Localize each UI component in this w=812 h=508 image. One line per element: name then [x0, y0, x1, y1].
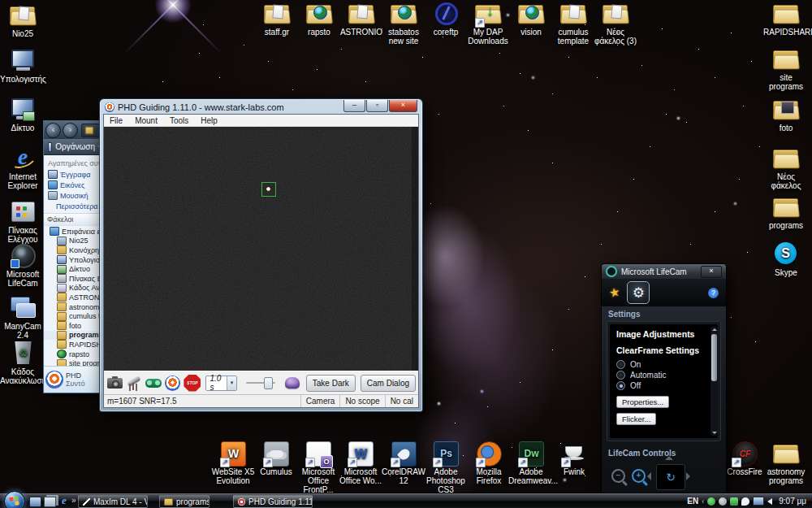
tree-item-desktop[interactable]: Επιφάνεια εργασίας — [44, 227, 102, 237]
desktop-icon-coreftp[interactable]: coreftp — [423, 2, 469, 37]
more-link[interactable]: Περισσότερα » — [48, 201, 102, 211]
desktop-icon-websitex5[interactable]: WWebSite X5 Evolution — [210, 441, 256, 485]
desktop-icon-cumulus[interactable]: Cumulus — [253, 441, 299, 476]
tree-item-astronomy[interactable]: astronomy — [44, 302, 102, 312]
start-button[interactable] — [4, 491, 25, 508]
desktop-icon-network[interactable]: Δίκτυο — [0, 98, 45, 132]
task-button-programs[interactable]: programs — [159, 495, 209, 508]
favorite-pictures[interactable]: Εικόνες — [48, 180, 102, 190]
desktop-icon-astronio[interactable]: ASTRONIO — [339, 2, 384, 37]
menu-mount[interactable]: Mount — [135, 116, 158, 125]
tree-item-foto[interactable]: foto — [44, 321, 102, 331]
tree-item-recycle-bin[interactable]: Κάδος Ανακύκλωσης — [44, 284, 102, 293]
volume-tray-icon[interactable] — [767, 498, 772, 505]
quicklaunch-chevron-icon[interactable]: » — [71, 496, 76, 505]
lifecam-title-bar[interactable]: Microsoft LifeCam × — [602, 264, 726, 279]
tray-icon[interactable] — [730, 497, 738, 506]
desktop-icon-new-folder-3[interactable]: Νέος φάκελος (3) — [593, 2, 638, 46]
desktop-icon-programs[interactable]: programs — [763, 195, 809, 230]
organize-button[interactable]: Οργάνωση — [55, 142, 95, 151]
slider-thumb[interactable] — [264, 377, 273, 389]
pan-left-button[interactable] — [647, 472, 651, 480]
show-desktop-button[interactable] — [29, 497, 41, 507]
menu-help[interactable]: Help — [201, 116, 218, 125]
radio-automatic[interactable]: Automatic — [616, 370, 706, 380]
radio-off[interactable]: Off — [616, 380, 706, 391]
stop-button[interactable]: STOP — [184, 374, 201, 393]
back-button[interactable]: ‹ — [45, 123, 61, 138]
radio-icon[interactable] — [616, 360, 625, 369]
desktop-icon-dap-downloads[interactable]: ↓My DAP Downloads — [465, 2, 511, 46]
menu-tools[interactable]: Tools — [170, 116, 188, 125]
desktop-icon-photoshop[interactable]: PsAdobe Photoshop CS3 — [423, 441, 469, 494]
favorite-music[interactable]: Μουσική — [48, 190, 102, 201]
telescope-connect-button[interactable] — [126, 374, 143, 393]
favorite-documents[interactable]: Έγγραφα — [48, 169, 102, 180]
tree-item-rapidshare[interactable]: RAPIDSHARE — [44, 340, 102, 350]
desktop-icon-staff-gr[interactable]: staff.gr — [254, 2, 300, 37]
desktop-icon-recycle-bin[interactable]: ♻Κάδος Ανακύκλωσης — [0, 341, 45, 385]
taskbar-clock[interactable]: 9:07 μμ — [775, 497, 810, 506]
folders-header[interactable]: Φάκελοι — [44, 213, 102, 226]
close-button[interactable]: × — [701, 266, 722, 278]
tray-icon[interactable] — [719, 497, 727, 506]
close-button[interactable]: × — [389, 100, 417, 112]
exposure-duration-select[interactable]: 1.0 s▾ — [205, 376, 236, 391]
messenger-tray-icon[interactable] — [741, 497, 749, 506]
tree-item-astronio[interactable]: ASTRONIO — [44, 293, 102, 302]
help-button[interactable]: ? — [708, 288, 719, 298]
tree-item-rapsto[interactable]: rapsto — [44, 350, 102, 359]
language-indicator[interactable]: EN — [687, 497, 698, 506]
desktop-icon-site-programs[interactable]: site programs — [763, 47, 809, 91]
zoom-in-button[interactable]: + — [632, 469, 646, 483]
brain-settings-button[interactable] — [284, 374, 301, 393]
radio-on[interactable]: On — [616, 359, 706, 370]
network-tray-icon[interactable] — [753, 497, 764, 506]
desktop-icon-nio25[interactable]: Nio25 — [0, 3, 45, 38]
loop-exposures-button[interactable] — [145, 374, 162, 393]
tilt-up-button[interactable] — [665, 456, 673, 460]
tree-item-shared[interactable]: Κοινόχρηστα — [44, 245, 102, 255]
skype-tray-icon[interactable] — [707, 497, 715, 506]
desktop-icon-crossfire[interactable]: CFCrossFire — [722, 441, 767, 476]
desktop-icon-skype[interactable]: SSkype — [763, 242, 809, 277]
tree-item-control-panel[interactable]: Πίνακας Ελέγχου — [44, 274, 102, 284]
desktop-icon-rapsto[interactable]: rapsto — [296, 2, 342, 37]
forward-button[interactable]: › — [63, 123, 78, 138]
desktop-icon-astronomy-programs[interactable]: astronomy programs — [763, 441, 809, 485]
settings-scrollbar[interactable] — [710, 327, 718, 436]
effects-tab[interactable]: ★ — [607, 284, 621, 301]
minimize-button[interactable]: – — [343, 100, 365, 112]
desktop-icon-rapidshare[interactable]: RAPIDSHARE — [763, 2, 809, 37]
guide-camera-image[interactable] — [104, 127, 418, 371]
radio-selected-icon[interactable] — [616, 381, 625, 390]
camera-setup-button[interactable] — [106, 374, 123, 393]
desktop-icon-foto[interactable]: foto — [763, 98, 809, 132]
camera-pad-button[interactable]: ↻ — [656, 464, 685, 490]
switch-windows-button[interactable] — [44, 497, 56, 507]
maximize-button[interactable]: ▫ — [366, 100, 388, 112]
desktop-icon-word[interactable]: WMicrosoft Office Wo... — [338, 441, 383, 485]
desktop-icon-lifecam[interactable]: Microsoft LifeCam — [0, 244, 45, 288]
properties-button[interactable]: Properties... — [616, 396, 669, 408]
task-button-phd[interactable]: PHD Guiding 1.11.0 ... — [233, 495, 313, 508]
desktop-icon-manycam[interactable]: ManyCam 2.4 — [0, 296, 45, 340]
tree-item-cumulus[interactable]: cumulus te — [44, 311, 102, 321]
cam-dialog-button[interactable]: Cam Dialog — [361, 375, 416, 392]
gamma-slider[interactable] — [244, 376, 277, 390]
radio-icon[interactable] — [616, 371, 625, 380]
settings-tab[interactable]: ⚙ — [627, 281, 650, 304]
guide-button[interactable] — [165, 374, 182, 393]
flicker-button[interactable]: Flicker... — [616, 413, 656, 425]
desktop-icon-firefox[interactable]: Mozilla Firefox — [466, 441, 512, 485]
address-bar[interactable] — [81, 124, 100, 137]
desktop-icon-cumulus-template[interactable]: cumulus template — [551, 2, 596, 46]
desktop-icon-frontpage[interactable]: OMicrosoft Office FrontP... — [296, 441, 341, 494]
tray-chevron-icon[interactable]: ‹ — [702, 497, 704, 506]
desktop-icon-dreamweaver[interactable]: DwAdobe Dreamweav... — [508, 441, 554, 485]
internet-explorer-quicklaunch[interactable]: e — [58, 495, 70, 506]
desktop-icon-internet-explorer[interactable]: eInternet Explorer — [0, 146, 45, 190]
menu-file[interactable]: File — [110, 116, 123, 125]
desktop-icon-fwink[interactable]: Fwink — [551, 441, 597, 476]
tree-item-nio25[interactable]: Nio25 — [44, 237, 102, 246]
